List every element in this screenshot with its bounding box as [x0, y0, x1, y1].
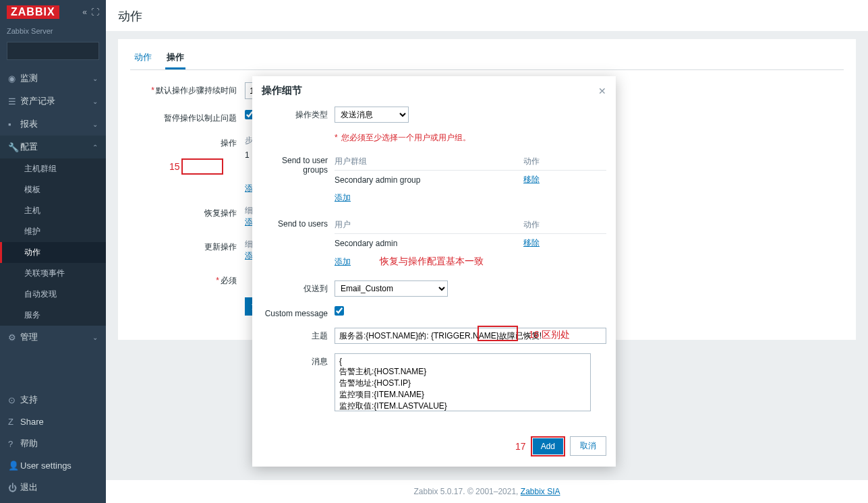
- tab-action[interactable]: 动作: [133, 47, 153, 69]
- nav-monitor[interactable]: ◉监测⌄: [0, 67, 106, 90]
- maximize-icon[interactable]: ⛶: [91, 7, 99, 17]
- lbl-send-only: 仅送到: [262, 280, 335, 295]
- footer-logout[interactable]: ⏻退出: [0, 476, 106, 499]
- nav: ◉监测⌄ ☰资产记录⌄ ▪报表⌄ 🔧配置⌃ 主机群组 模板 主机 维护 动作 关…: [0, 67, 106, 388]
- sub-hosts[interactable]: 主机: [0, 200, 106, 221]
- nav-config-submenu: 主机群组 模板 主机 维护 动作 关联项事件 自动发现 服务: [0, 158, 106, 326]
- sel-op-type[interactable]: 发送消息: [335, 107, 409, 123]
- footer-user-settings[interactable]: 👤User settings: [0, 455, 106, 476]
- btn-cancel[interactable]: 取消: [570, 436, 606, 456]
- lbl-recovery: 恢复操作: [130, 205, 245, 219]
- footer-link[interactable]: Zabbix SIA: [521, 487, 560, 496]
- lbl-pause: 暂停操作以制止问题: [130, 110, 245, 124]
- users-table: 用户动作 Secondary admin移除 添加 恢复与操作配置基本一致: [335, 216, 606, 271]
- textarea-message[interactable]: { 告警主机:{HOST.NAME} 告警地址:{HOST.IP} 监控项目:{…: [335, 353, 591, 411]
- input-subject[interactable]: [335, 328, 606, 344]
- groups-table: 用户群组动作 Secondary admin group移除 添加: [335, 153, 606, 207]
- lbl-custom-msg: Custom message: [262, 306, 335, 318]
- footer-help[interactable]: ?帮助: [0, 432, 106, 455]
- lbl-send-groups: Send to user groups: [262, 153, 335, 175]
- server-name: Zabbix Server: [0, 24, 106, 42]
- lbl-message: 消息: [262, 353, 335, 367]
- footer: Zabbix 5.0.17. © 2001–2021, Zabbix SIA: [106, 480, 868, 503]
- page-title: 动作: [106, 0, 868, 31]
- nav-assets[interactable]: ☰资产记录⌄: [0, 90, 106, 113]
- close-icon[interactable]: ✕: [598, 86, 606, 96]
- lbl-subject: 主题: [262, 328, 335, 342]
- sidebar-header: ZABBIX « ⛶: [0, 0, 106, 24]
- sidebar: ZABBIX « ⛶ Zabbix Server ◉监测⌄ ☰资产记录⌄ ▪报表…: [0, 0, 106, 503]
- logo: ZABBIX: [7, 5, 59, 19]
- sub-services[interactable]: 服务: [0, 305, 106, 326]
- nav-admin[interactable]: ⚙管理⌄: [0, 326, 106, 349]
- recovery-note: 恢复与操作配置基本一致: [380, 256, 484, 266]
- btn-add[interactable]: Add: [533, 438, 563, 454]
- search-box[interactable]: [7, 42, 99, 60]
- footer-support[interactable]: ⊙支持: [0, 388, 106, 411]
- lbl-send-users: Send to users: [262, 216, 335, 229]
- must-select-note: 您必须至少选择一个用户或用户组。: [341, 133, 471, 142]
- lbl-operations: 操作: [130, 135, 245, 149]
- nav-reports[interactable]: ▪报表⌄: [0, 113, 106, 136]
- dialog: 操作细节 ✕ 操作类型 发送消息 * 您必须至少选择一个用户或用户组。 Send…: [252, 76, 616, 467]
- annotation-17: 17: [515, 441, 526, 452]
- tab-operation[interactable]: 操作: [165, 47, 185, 69]
- sub-hostgroups[interactable]: 主机群组: [0, 158, 106, 179]
- sel-send-only[interactable]: Email_Custom: [335, 280, 448, 297]
- sub-actions[interactable]: 动作: [0, 242, 106, 263]
- lbl-required: 必须: [221, 276, 237, 285]
- tabs: 动作 操作: [130, 47, 844, 70]
- table-row: Secondary admin移除: [335, 234, 606, 253]
- collapse-icon[interactable]: «: [82, 7, 87, 17]
- sidebar-footer: ⊙支持 ZShare ?帮助 👤User settings ⏻退出: [0, 388, 106, 503]
- nav-config[interactable]: 🔧配置⌃: [0, 136, 106, 158]
- dialog-title: 操作细节: [262, 84, 302, 97]
- sub-event-corr[interactable]: 关联项事件: [0, 263, 106, 284]
- user-remove-link[interactable]: 移除: [523, 238, 540, 247]
- sub-templates[interactable]: 模板: [0, 179, 106, 200]
- sub-discovery[interactable]: 自动发现: [0, 284, 106, 305]
- group-add-link[interactable]: 添加: [335, 193, 351, 202]
- chk-custom-msg[interactable]: [335, 306, 344, 316]
- lbl-default-duration: 默认操作步骤持续时间: [156, 86, 237, 95]
- footer-share[interactable]: ZShare: [0, 411, 106, 432]
- table-row: Secondary admin group移除: [335, 171, 606, 189]
- lbl-op-type: 操作类型: [262, 107, 335, 121]
- user-add-link[interactable]: 添加: [335, 257, 351, 266]
- lbl-update: 更新操作: [130, 239, 245, 253]
- group-remove-link[interactable]: 移除: [523, 175, 540, 184]
- sub-maintenance[interactable]: 维护: [0, 221, 106, 242]
